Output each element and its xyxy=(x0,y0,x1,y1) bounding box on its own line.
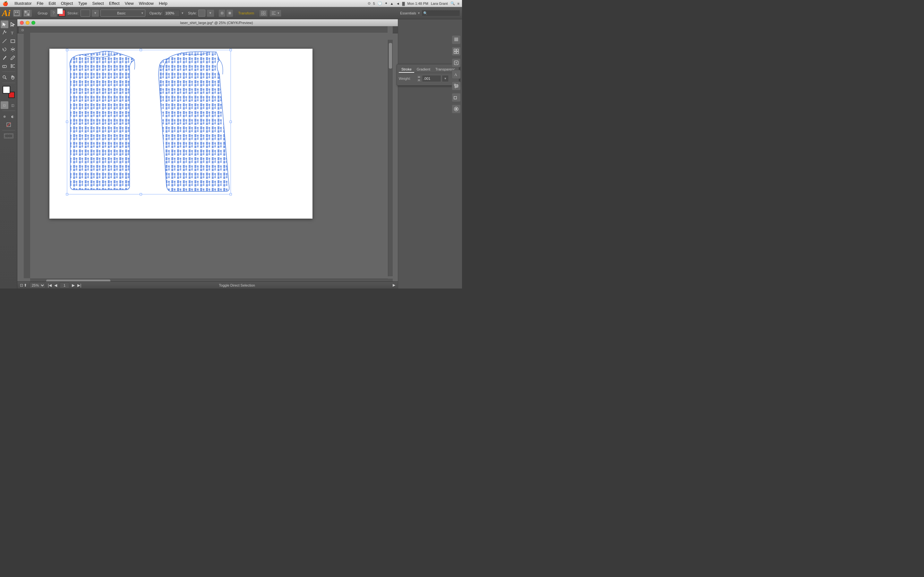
direct-selection-tool[interactable] xyxy=(9,21,17,28)
fill-color[interactable] xyxy=(3,86,10,93)
libraries-icon[interactable] xyxy=(452,58,461,67)
layers-icon[interactable] xyxy=(452,35,461,44)
workspace-options-btn[interactable]: Essentials ▼ xyxy=(400,10,460,16)
export-icon: ⬆ xyxy=(24,283,27,287)
menu-effect[interactable]: Effect xyxy=(107,0,122,7)
page-input[interactable] xyxy=(60,282,69,288)
scroll-thumb-vertical[interactable] xyxy=(389,43,392,69)
weight-up-btn[interactable]: ▲ xyxy=(417,75,421,79)
selection-tool[interactable] xyxy=(1,21,8,28)
line-tool[interactable] xyxy=(1,37,8,45)
status-message: Toggle Direct Selection xyxy=(84,284,390,287)
color-mode-btn[interactable]: ⊕ xyxy=(1,113,8,120)
preview-toggle[interactable]: ⊡ ⬆ xyxy=(20,283,27,287)
style-box[interactable] xyxy=(198,10,205,17)
style-options-btn[interactable]: ▼ xyxy=(207,9,214,17)
panel-more-btn[interactable]: ▶▶ xyxy=(461,66,462,73)
menu-window[interactable]: Window xyxy=(136,0,156,7)
weight-stepper[interactable]: ▲ ▼ xyxy=(417,75,421,82)
transform-btn[interactable]: Transform xyxy=(237,11,255,15)
rotate-tool[interactable] xyxy=(1,45,8,53)
artboards-icon[interactable] xyxy=(452,47,461,56)
apple-menu-icon[interactable]: 🍎 xyxy=(3,1,8,6)
eraser-tool[interactable] xyxy=(1,62,8,70)
preview-mode-btn[interactable]: ◫ xyxy=(9,101,17,109)
menu-illustrator[interactable]: Illustrator xyxy=(12,0,34,7)
question-mark-btn[interactable]: ? xyxy=(50,9,57,17)
svg-text:T: T xyxy=(11,31,13,35)
search-field[interactable] xyxy=(422,10,460,16)
menu-view[interactable]: View xyxy=(122,0,136,7)
toolbar-view-toggle[interactable] xyxy=(23,9,32,17)
svg-rect-46 xyxy=(230,193,232,195)
minimize-btn[interactable] xyxy=(26,21,29,25)
svg-rect-43 xyxy=(230,121,232,123)
normal-mode-btn[interactable]: □ xyxy=(1,101,8,109)
menu-type[interactable]: Type xyxy=(75,0,89,7)
view-mode-buttons: ⊡ ⊞ xyxy=(218,9,233,17)
menu-file[interactable]: File xyxy=(34,0,46,7)
shirt-piece-left xyxy=(70,51,135,190)
menu-edit[interactable]: Edit xyxy=(46,0,58,7)
next-page-btn[interactable]: ▶ xyxy=(72,283,75,287)
tab-stroke[interactable]: Stroke xyxy=(399,66,414,73)
svg-point-57 xyxy=(454,84,456,85)
canvas-bg[interactable] xyxy=(30,33,393,284)
transform-panel-icon[interactable] xyxy=(452,93,461,102)
scroll-right-arrow[interactable]: ▶ xyxy=(393,283,395,287)
menu-object[interactable]: Object xyxy=(58,0,76,7)
scissors-tool[interactable] xyxy=(9,62,17,70)
svg-rect-5 xyxy=(24,13,27,16)
view-mode-btn[interactable]: ⊡ xyxy=(218,9,226,17)
draw-modes-btn[interactable] xyxy=(2,132,16,140)
maximize-btn[interactable] xyxy=(31,21,35,25)
type-tool[interactable]: T xyxy=(9,29,17,37)
properties-icon[interactable] xyxy=(452,81,461,90)
stroke-options-btn[interactable]: ▼ xyxy=(91,9,99,17)
first-page-btn[interactable]: |◀ xyxy=(48,283,52,287)
fill-swatch[interactable] xyxy=(58,10,65,17)
paintbrush-tool[interactable] xyxy=(1,54,8,61)
svg-rect-49 xyxy=(454,38,458,39)
character-icon[interactable]: A xyxy=(452,70,461,79)
opacity-chevron[interactable]: ▼ xyxy=(181,11,184,15)
weight-down-btn[interactable]: ▼ xyxy=(417,79,421,82)
svg-rect-19 xyxy=(3,65,6,68)
appearance-icon[interactable] xyxy=(452,105,461,113)
essentials-label: Essentials xyxy=(400,11,416,15)
menu-help[interactable]: Help xyxy=(156,0,170,7)
status-right: ▶ xyxy=(393,283,395,287)
hand-tool[interactable] xyxy=(9,73,17,81)
time-display: Mon 1:48 PM xyxy=(407,2,428,5)
vertical-ruler xyxy=(24,26,30,278)
pixel-preview-btn[interactable]: ⊞ xyxy=(226,9,233,17)
arrange-btn[interactable] xyxy=(259,10,268,17)
vertical-scrollbar[interactable] xyxy=(388,40,393,276)
stroke-preview[interactable] xyxy=(81,10,90,17)
stroke-style[interactable]: Basic ▼ xyxy=(100,10,145,17)
weight-input[interactable]: .001 xyxy=(422,75,441,82)
toolbar-icon-group[interactable] xyxy=(13,9,22,17)
last-page-btn[interactable]: ▶| xyxy=(78,283,81,287)
rectangle-tool[interactable] xyxy=(9,37,17,45)
zoom-control[interactable]: 25% xyxy=(29,282,45,288)
menu-select[interactable]: Select xyxy=(90,0,107,7)
reflect-tool[interactable] xyxy=(9,45,17,53)
weight-control[interactable]: ▲ ▼ .001 ▼ xyxy=(417,75,449,82)
right-panel: Stroke Gradient Transparenc... ▶▶ ≡ Weig… xyxy=(398,19,462,288)
weight-unit-btn[interactable]: ▼ xyxy=(442,75,449,82)
close-btn[interactable] xyxy=(20,21,24,25)
opacity-input[interactable] xyxy=(164,10,180,17)
none-fill-btn[interactable] xyxy=(5,121,13,129)
prev-page-btn[interactable]: ◀ xyxy=(54,283,57,287)
search-icon[interactable]: 🔍 xyxy=(451,1,455,5)
zoom-tool[interactable] xyxy=(1,73,8,81)
svg-rect-41 xyxy=(230,49,232,51)
gradient-mode-btn[interactable]: ◐ xyxy=(9,113,17,120)
zoom-select[interactable]: 25% xyxy=(29,282,45,288)
pen-tool[interactable] xyxy=(1,29,8,37)
tab-gradient[interactable]: Gradient xyxy=(414,66,433,73)
pencil-tool[interactable] xyxy=(9,54,17,61)
traffic-lights xyxy=(20,21,35,25)
align-distribute-btn[interactable]: ▼ xyxy=(270,10,281,17)
